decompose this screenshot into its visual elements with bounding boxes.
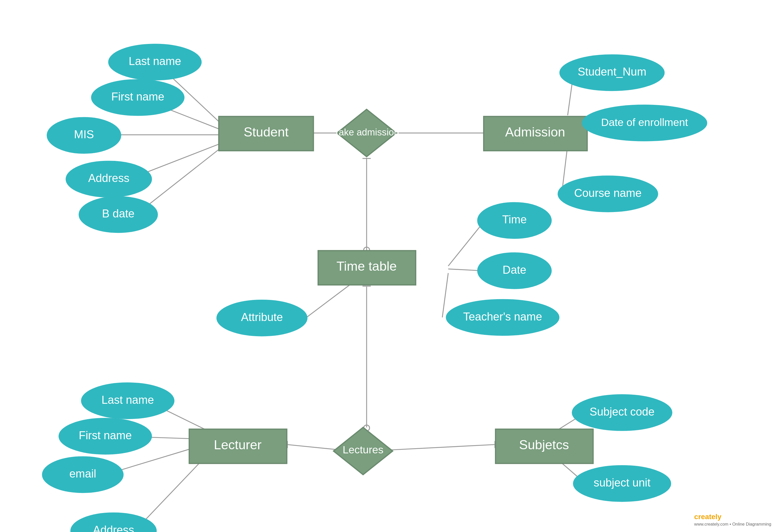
first-name-lecturer-text: First name (79, 429, 132, 442)
svg-line-33 (381, 445, 495, 451)
mis-text: MIS (74, 128, 94, 141)
watermark: creately www.creately.com • Online Diagr… (694, 513, 771, 527)
email-text: email (69, 467, 96, 480)
brand-name: creately (694, 513, 721, 521)
attribute-text: Attribute (241, 311, 283, 323)
svg-line-23 (448, 220, 485, 266)
first-name-student-text: First name (111, 90, 164, 103)
admission-label: Admission (505, 125, 565, 139)
student-num-text: Student_Num (578, 65, 646, 78)
student-label: Student (244, 125, 289, 139)
svg-line-25 (442, 273, 448, 318)
subject-unit-text: subject unit (594, 476, 651, 489)
svg-line-24 (448, 269, 482, 271)
date-enrollment-text: Date of enrollment (601, 117, 688, 128)
lecturer-label: Lecturer (214, 438, 262, 452)
brand-tagline: www.creately.com • Online Diagramming (694, 522, 771, 527)
course-name-text: Course name (574, 187, 642, 199)
take-admission-label: Take admission (334, 127, 399, 137)
address-student-text: Address (88, 172, 129, 184)
subject-code-text: Subject code (590, 405, 655, 418)
time-text: Time (502, 213, 527, 226)
b-date-text: B date (102, 207, 134, 220)
lectures-label: Lectures (343, 444, 383, 456)
date-text: Date (502, 263, 526, 276)
timetable-label: Time table (337, 259, 397, 273)
teacher-name-text: Teacher's name (463, 310, 542, 323)
svg-line-26 (306, 284, 351, 318)
subjetcs-label: Subjetcs (519, 438, 569, 452)
last-name-student-text: Last name (129, 55, 181, 67)
last-name-lecturer-text: Last name (102, 394, 154, 406)
address-lecturer-text: Address (93, 524, 134, 532)
